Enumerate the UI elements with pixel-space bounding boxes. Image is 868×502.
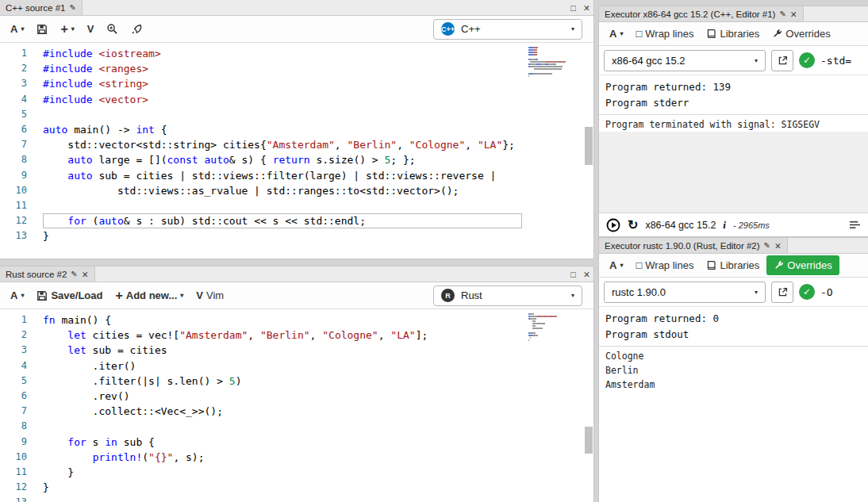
maximize-icon[interactable]: □ [567, 270, 580, 279]
add-new-button[interactable]: + Add new... ▾ [109, 285, 189, 306]
close-icon[interactable]: ✕ [580, 3, 593, 13]
code-line[interactable]: 13} [0, 228, 593, 243]
language-select[interactable]: C++ C++ ▾ [433, 19, 582, 40]
code-line[interactable]: 5 [0, 107, 593, 122]
cpp-editor-tab[interactable]: C++ source #1 ✎ [0, 0, 83, 15]
code-line[interactable]: 5 .filter(|s| s.len() > 5) [0, 374, 593, 389]
scrollbar-thumb[interactable] [585, 427, 593, 454]
wrap-lines-button[interactable]: □ Wrap lines [630, 25, 699, 43]
output-log-icon[interactable] [849, 220, 861, 230]
scrollbar-thumb[interactable] [585, 127, 593, 165]
code-line[interactable]: 4#include <vector> [0, 92, 593, 107]
wrap-lines-button[interactable]: □ Wrap lines [630, 256, 699, 274]
code-line[interactable]: 9 auto sub = cities | std::views::filter… [0, 168, 593, 183]
code-line[interactable]: 6auto main() -> int { [0, 122, 593, 137]
minimap-line [528, 330, 581, 331]
output-line: Program stdout [599, 327, 868, 343]
executor-rustc-tab[interactable]: Executor rustc 1.90.0 (Rust, Editor #2) … [599, 238, 788, 253]
code-line[interactable]: 13 [0, 495, 593, 502]
info-icon[interactable]: i [723, 219, 726, 232]
code-line[interactable]: 9 for s in sub { [0, 435, 593, 450]
code-line[interactable]: 8 auto large = [](const auto& s) { retur… [0, 152, 593, 167]
code-line[interactable]: 6 .rev() [0, 389, 593, 404]
font-size-button[interactable]: A▾ [5, 20, 29, 38]
zoom-button[interactable] [101, 20, 124, 38]
code-line[interactable]: 11 } [0, 465, 593, 480]
add-new-button[interactable]: +▾ [55, 19, 79, 40]
executor-empty-area [599, 392, 868, 502]
rename-icon[interactable]: ✎ [779, 10, 785, 18]
minimap[interactable] [528, 313, 581, 344]
chevron-down-icon: ▾ [755, 57, 758, 64]
line-number: 1 [0, 312, 27, 328]
libraries-label: Libraries [720, 28, 759, 40]
code-line[interactable]: 2 let cities = vec!["Amsterdam", "Berlin… [0, 328, 593, 343]
chevron-down-icon: ▾ [71, 25, 75, 33]
code-line[interactable]: 12 for (auto& s : sub) std::cout << s <<… [0, 213, 593, 228]
close-icon[interactable]: ✕ [774, 241, 782, 251]
save-load-button[interactable]: Save/Load [31, 286, 108, 305]
vim-toggle-button[interactable]: V Vim [190, 286, 229, 305]
vim-toggle-button[interactable]: V [82, 20, 100, 38]
rename-icon[interactable]: ✎ [71, 270, 77, 278]
code-line[interactable]: 1#include <iostream> [0, 46, 593, 61]
code-text: #include <iostream> [43, 46, 522, 61]
vertical-scrollbar[interactable] [583, 43, 593, 259]
rust-code-editor[interactable]: 1fn main() {2 let cities = vec!["Amsterd… [0, 309, 593, 502]
quick-tool-button[interactable] [125, 20, 148, 38]
code-line[interactable]: 10 std::views::as_rvalue | std::ranges::… [0, 183, 593, 198]
code-line[interactable]: 12} [0, 480, 593, 495]
code-line[interactable]: 8 [0, 419, 593, 434]
compiler-select[interactable]: rustc 1.90.0 ▾ [604, 282, 766, 303]
wrench-icon [772, 29, 782, 39]
compiler-flags-input[interactable]: -O [820, 286, 833, 298]
code-text [43, 107, 522, 122]
code-text: .filter(|s| s.len() > 5) [43, 374, 522, 389]
language-select[interactable]: R Rust ▾ [433, 285, 582, 306]
code-line[interactable]: 4 .iter() [0, 358, 593, 374]
overrides-button[interactable]: Overrides [766, 25, 835, 43]
code-line[interactable]: 7 std::vector<std::string> cities{"Amste… [0, 137, 593, 152]
code-text: auto main() -> int { [43, 122, 522, 137]
wrap-checkbox-icon: □ [636, 28, 642, 40]
line-number: 13 [0, 228, 27, 243]
recompile-icon[interactable]: ↻ [628, 219, 638, 232]
code-line[interactable]: 11 [0, 198, 593, 213]
libraries-button[interactable]: Libraries [701, 256, 765, 274]
open-compiler-external-button[interactable] [771, 50, 793, 71]
play-icon[interactable] [606, 218, 620, 232]
font-button-label: A [10, 23, 17, 35]
vertical-scrollbar[interactable] [583, 309, 593, 502]
save-load-button[interactable] [31, 21, 53, 38]
cpp-language-icon: C++ [441, 22, 455, 36]
font-size-button[interactable]: A▾ [604, 25, 628, 43]
rename-icon[interactable]: ✎ [764, 241, 770, 250]
compiler-flags-input[interactable]: -std= [820, 55, 851, 67]
rust-editor-tab[interactable]: Rust source #2 ✎ ✕ [0, 266, 95, 282]
code-line[interactable]: 10 println!("{}", s); [0, 450, 593, 465]
executor-gcc-tab[interactable]: Executor x86-64 gcc 15.2 (C++, Editor #1… [599, 6, 804, 21]
line-number: 3 [0, 76, 27, 91]
cpp-code-editor[interactable]: 1#include <iostream>2#include <ranges>3#… [0, 43, 593, 259]
maximize-icon[interactable]: □ [567, 3, 580, 13]
rename-icon[interactable]: ✎ [69, 3, 75, 12]
code-line[interactable]: 1fn main() { [0, 312, 593, 328]
minimap-line [528, 56, 581, 58]
code-text: auto large = [](const auto& s) { return … [43, 152, 522, 167]
code-line[interactable]: 7 .collect::<Vec<_>>(); [0, 404, 593, 419]
minimap-line [528, 66, 581, 67]
compiler-select[interactable]: x86-64 gcc 15.2 ▾ [604, 50, 766, 71]
code-line[interactable]: 3#include <string> [0, 76, 593, 91]
font-size-button[interactable]: A▾ [604, 256, 628, 274]
minimap-line [528, 337, 581, 339]
code-line[interactable]: 2#include <ranges> [0, 61, 593, 76]
open-compiler-external-button[interactable] [771, 282, 793, 303]
close-icon[interactable]: ✕ [82, 270, 89, 279]
close-icon[interactable]: ✕ [790, 10, 797, 19]
font-size-button[interactable]: A▾ [5, 286, 29, 305]
libraries-button[interactable]: Libraries [701, 25, 765, 43]
code-line[interactable]: 3 let sub = cities [0, 343, 593, 358]
close-icon[interactable]: ✕ [580, 270, 593, 279]
minimap[interactable] [528, 47, 581, 78]
overrides-button-active[interactable]: Overrides [766, 255, 839, 275]
